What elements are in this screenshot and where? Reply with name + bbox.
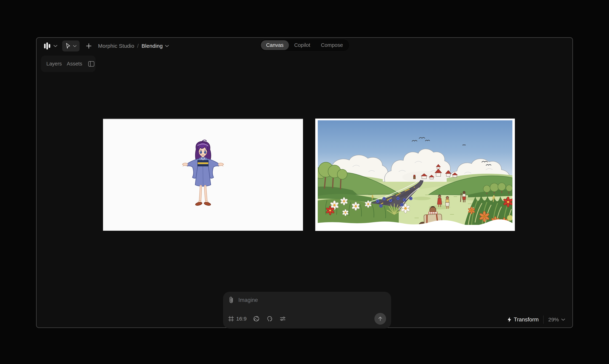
model-button[interactable] (253, 315, 260, 322)
breadcrumb-separator: / (137, 43, 139, 49)
sliders-icon (280, 315, 286, 322)
breadcrumb-workspace[interactable]: Morphic Studio (98, 43, 134, 49)
attach-button[interactable] (228, 296, 234, 304)
paperclip-icon (228, 296, 234, 304)
toolbar: Morphic Studio / Blending (43, 40, 169, 52)
sidebar-toggle-button[interactable] (88, 61, 95, 67)
tab-compose[interactable]: Compose (316, 40, 348, 50)
landscape-illustration (315, 118, 515, 231)
zoom-dropdown[interactable]: 29% (548, 317, 565, 323)
aspect-ratio-value: 16:9 (236, 316, 246, 322)
divider (543, 315, 544, 324)
select-tool-button[interactable] (62, 40, 80, 52)
aspect-ratio-button[interactable]: 16:9 (228, 316, 246, 322)
settings-button[interactable] (280, 315, 286, 322)
tab-copilot[interactable]: Copilot (289, 40, 315, 50)
status-bar-right: Transform 29% (507, 314, 565, 325)
desktop-background: Morphic Studio / Blending Canvas Copilot… (0, 0, 609, 364)
head-profile-icon (266, 315, 273, 322)
character-illustration (103, 119, 303, 231)
panel-switcher: Layers Assets (41, 55, 95, 72)
transform-button[interactable]: Transform (507, 316, 539, 323)
plus-icon (86, 43, 92, 49)
app-logo-menu[interactable] (43, 42, 57, 50)
tab-canvas[interactable]: Canvas (261, 40, 289, 50)
frame-icon (228, 316, 234, 322)
sidebar-icon (88, 61, 95, 67)
chevron-down-icon (53, 45, 57, 47)
swirl-icon (253, 315, 260, 322)
assets-button[interactable]: Assets (67, 61, 82, 67)
chevron-down-icon (73, 45, 77, 47)
send-button[interactable] (374, 313, 386, 325)
transform-label: Transform (514, 316, 539, 323)
lightning-icon (507, 317, 512, 323)
arrow-up-icon (378, 316, 383, 322)
cursor-pointer-icon (65, 43, 71, 49)
layers-button[interactable]: Layers (46, 61, 62, 67)
character-button[interactable] (266, 315, 273, 322)
prompt-bar: 16:9 (223, 292, 391, 328)
add-button[interactable] (84, 41, 94, 51)
chevron-down-icon (165, 45, 169, 47)
app-window: Morphic Studio / Blending Canvas Copilot… (36, 37, 573, 328)
canvas-image-landscape[interactable] (315, 118, 515, 231)
breadcrumb-project-menu[interactable]: Blending (142, 43, 169, 49)
mode-tabs: Canvas Copilot Compose (259, 39, 350, 52)
breadcrumb-project-label: Blending (142, 43, 163, 49)
waveform-logo-icon (43, 42, 51, 50)
prompt-input[interactable] (238, 297, 386, 303)
zoom-value: 29% (548, 317, 559, 323)
chevron-down-icon (561, 318, 565, 321)
canvas-image-character[interactable] (103, 118, 303, 231)
breadcrumb: Morphic Studio / Blending (98, 43, 169, 49)
